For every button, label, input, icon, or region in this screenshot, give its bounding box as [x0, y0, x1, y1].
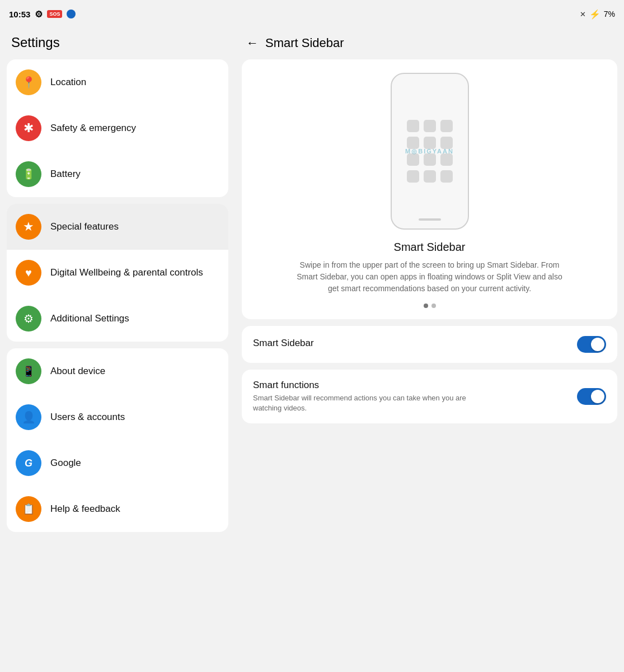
safety-label: Safety & emergency [50, 122, 136, 134]
status-time: 10:53 [9, 10, 30, 19]
gear-icon: ⚙ [35, 9, 43, 20]
main-content: Settings 📍 Location ✱ Safety & emergency… [0, 28, 624, 672]
help-feedback-label: Help & feedback [50, 503, 120, 515]
smart-sidebar-page-title: Smart Sidebar [265, 36, 344, 50]
sidebar-item-digital-wellbeing[interactable]: ♥ Digital Wellbeing & parental controls [7, 250, 228, 296]
about-device-icon: 📱 [16, 358, 41, 384]
sidebar-item-special-features[interactable]: ★ Special features [7, 204, 228, 250]
preview-description: Swipe in from the upper part of the scre… [295, 259, 564, 295]
dots-indicator [424, 304, 436, 308]
location-icon: 📍 [16, 69, 41, 95]
status-bar: 10:53 ⚙ SOS ✕ ⚡ 7% [0, 0, 624, 28]
smart-functions-toggle[interactable] [577, 388, 606, 405]
phone-mockup: M◎BIGYAAN [391, 73, 469, 230]
phone-dot [424, 153, 436, 166]
status-left: 10:53 ⚙ SOS [9, 9, 76, 20]
phone-dot [440, 153, 453, 166]
smart-sidebar-toggle-label: Smart Sidebar [253, 338, 314, 349]
phone-dot [407, 120, 419, 132]
settings-card-3: 📱 About device 👤 Users & accounts G Goog… [7, 348, 228, 532]
settings-card-1: 📍 Location ✱ Safety & emergency 🔋 Batter… [7, 59, 228, 197]
sidebar-item-location[interactable]: 📍 Location [7, 59, 228, 105]
phone-dot [407, 170, 419, 183]
status-right: ✕ ⚡ 7% [580, 9, 615, 20]
preview-title: Smart Sidebar [394, 241, 466, 254]
phone-dot [424, 170, 436, 183]
users-accounts-label: Users & accounts [50, 411, 125, 423]
smart-sidebar-toggle-content: Smart Sidebar [253, 338, 314, 351]
phone-dot [440, 137, 453, 149]
battery-icon: 🔋 [16, 161, 41, 187]
safety-icon: ✱ [16, 115, 41, 141]
additional-settings-icon: ⚙ [16, 306, 41, 332]
smart-functions-toggle-content: Smart functions Smart Sidebar will recom… [253, 380, 488, 413]
phone-dot [440, 170, 453, 183]
smart-functions-toggle-sublabel: Smart Sidebar will recommend actions you… [253, 393, 488, 413]
phone-dot [424, 120, 436, 132]
settings-title: Settings [7, 28, 228, 59]
sidebar-header: ← Smart Sidebar [242, 28, 617, 59]
settings-panel: Settings 📍 Location ✱ Safety & emergency… [0, 28, 235, 672]
sidebar-item-safety[interactable]: ✱ Safety & emergency [7, 105, 228, 151]
smart-sidebar-preview-card: M◎BIGYAAN Smart Sidebar Swipe in from th… [242, 59, 617, 319]
phone-grid [407, 120, 453, 183]
digital-wellbeing-label: Digital Wellbeing & parental controls [50, 267, 203, 279]
bolt-icon: ⚡ [589, 9, 600, 20]
sidebar-item-about-device[interactable]: 📱 About device [7, 348, 228, 394]
smart-sidebar-toggle[interactable] [577, 336, 606, 353]
google-icon: G [16, 450, 41, 476]
dot-icon [67, 10, 76, 18]
about-device-label: About device [50, 365, 105, 377]
users-accounts-icon: 👤 [16, 404, 41, 430]
sidebar-item-battery[interactable]: 🔋 Battery [7, 151, 228, 197]
special-features-label: Special features [50, 221, 119, 233]
location-label: Location [50, 76, 86, 88]
phone-dot [440, 120, 453, 132]
additional-settings-label: Additional Settings [50, 312, 129, 325]
phone-dot [424, 137, 436, 149]
smart-functions-toggle-label: Smart functions [253, 380, 488, 391]
help-feedback-icon: 📋 [16, 496, 41, 522]
smart-sidebar-panel: ← Smart Sidebar [235, 28, 624, 672]
sidebar-item-help-feedback[interactable]: 📋 Help & feedback [7, 486, 228, 532]
back-button[interactable]: ← [246, 36, 259, 50]
digital-wellbeing-icon: ♥ [16, 260, 41, 286]
dot-1 [424, 304, 428, 308]
battery-x-icon: ✕ [580, 10, 586, 18]
sidebar-item-google[interactable]: G Google [7, 440, 228, 486]
battery-level: 7% [604, 10, 615, 18]
phone-dot [407, 137, 419, 149]
smart-functions-toggle-card: Smart functions Smart Sidebar will recom… [242, 370, 617, 423]
sidebar-item-users-accounts[interactable]: 👤 Users & accounts [7, 394, 228, 440]
smart-sidebar-toggle-card: Smart Sidebar [242, 326, 617, 363]
special-features-icon: ★ [16, 214, 41, 240]
google-label: Google [50, 457, 81, 469]
settings-card-2: ★ Special features ♥ Digital Wellbeing &… [7, 204, 228, 342]
sidebar-item-additional-settings[interactable]: ⚙ Additional Settings [7, 296, 228, 342]
phone-dot [407, 153, 419, 166]
battery-label: Battery [50, 168, 81, 180]
dot-2 [431, 304, 436, 308]
sos-badge: SOS [47, 10, 62, 18]
